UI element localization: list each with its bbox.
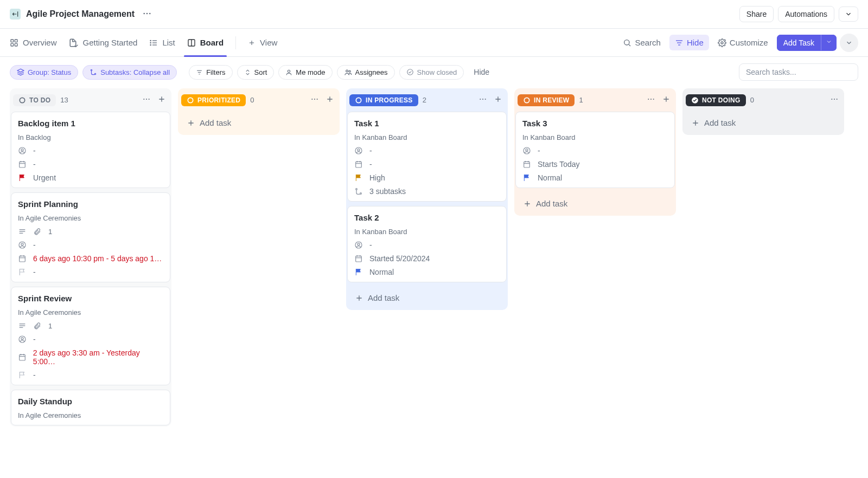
svg-point-32 — [407, 69, 413, 75]
status-chip[interactable]: IN REVIEW — [518, 94, 575, 106]
card-date-row: 2 days ago 3:30 am - Yesterday 5:00… — [18, 348, 163, 366]
task-card[interactable]: Sprint Review In Agile Ceremonies 1-2 da… — [11, 287, 170, 385]
add-task-label: Add task — [704, 118, 736, 127]
column-more-icon[interactable] — [644, 93, 658, 107]
chip-label: Subtasks: Collapse all — [100, 68, 170, 76]
svg-point-22 — [721, 42, 723, 44]
column-plus-icon[interactable] — [323, 93, 336, 107]
view-add-button[interactable]: View — [248, 38, 277, 47]
column-add-task[interactable]: Add task — [516, 193, 674, 214]
subtasks-chip[interactable]: Subtasks: Collapse all — [82, 65, 177, 80]
date-value: - — [369, 160, 372, 169]
svg-rect-79 — [356, 162, 362, 167]
svg-point-100 — [526, 149, 528, 151]
task-card[interactable]: Task 3 In Kanban Board -Starts TodayNorm… — [515, 112, 675, 188]
search-tasks-input[interactable] — [745, 67, 852, 77]
hide-link[interactable]: Hide — [468, 65, 495, 79]
assignee-icon — [522, 146, 532, 155]
view-tab-board[interactable]: Board — [187, 29, 224, 56]
flag-icon — [522, 173, 532, 182]
svg-rect-3 — [11, 40, 14, 42]
card-title: Sprint Planning — [18, 199, 163, 209]
search-tool[interactable]: Search — [617, 35, 666, 50]
more-circle-button[interactable] — [840, 34, 858, 52]
assignees-chip[interactable]: Assignees — [337, 65, 395, 80]
task-card[interactable]: Sprint Planning In Agile Ceremonies 1-6 … — [11, 192, 170, 282]
svg-point-74 — [485, 99, 486, 100]
view-tab-getting-started[interactable]: Getting Started — [69, 29, 138, 56]
sort-chip[interactable]: Sort — [237, 65, 275, 80]
show-closed-chip[interactable]: Show closed — [399, 65, 464, 80]
status-chip[interactable]: TO DO — [13, 94, 56, 106]
svg-point-25 — [95, 73, 96, 74]
check-circle-icon — [406, 68, 414, 76]
views-bar: Overview Getting Started List Board View — [0, 29, 868, 57]
svg-point-34 — [143, 99, 144, 100]
me-mode-chip[interactable]: Me mode — [278, 65, 332, 80]
svg-point-31 — [349, 70, 350, 72]
view-tab-overview[interactable]: Overview — [10, 29, 57, 56]
status-count: 0 — [250, 96, 254, 104]
status-chip[interactable]: IN PROGRESS — [349, 94, 418, 106]
svg-point-72 — [480, 99, 481, 100]
svg-marker-23 — [17, 69, 24, 72]
task-card[interactable]: Daily Standup In Agile Ceremonies — [11, 390, 170, 425]
view-tab-list[interactable]: List — [149, 29, 175, 56]
calendar-icon — [18, 254, 28, 263]
group-chip[interactable]: Group: Status — [10, 65, 78, 80]
svg-point-9 — [150, 44, 151, 45]
add-task-button[interactable]: Add Task — [777, 35, 821, 51]
header-more-icon[interactable] — [140, 8, 154, 21]
column-header-left: NOT DOING 0 — [686, 94, 754, 106]
svg-point-109 — [834, 99, 835, 100]
customize-tool[interactable]: Customize — [712, 35, 774, 50]
attachment-icon — [33, 228, 43, 236]
card-assignee-row: - — [354, 241, 500, 249]
svg-point-2 — [149, 12, 151, 14]
search-tasks-box[interactable] — [739, 63, 858, 81]
views-right: Search Hide Customize Add Task — [617, 34, 858, 52]
column-add-task[interactable]: Add task — [348, 288, 506, 308]
assignee-icon — [354, 146, 364, 155]
column-more-icon[interactable] — [140, 93, 153, 107]
svg-point-86 — [358, 243, 360, 246]
chip-label: Filters — [206, 68, 225, 76]
card-priority-row: - — [18, 268, 163, 276]
task-card[interactable]: Task 1 In Kanban Board --High3 subtasks — [347, 112, 507, 202]
svg-rect-50 — [20, 256, 25, 262]
column-more-icon[interactable] — [308, 93, 321, 107]
svg-point-71 — [356, 98, 361, 102]
column-add-task[interactable]: Add task — [685, 113, 842, 133]
card-assignee-row: - — [18, 335, 163, 344]
status-label: NOT DOING — [702, 96, 741, 104]
svg-point-64 — [311, 99, 312, 100]
status-chip[interactable]: PRIORITIZED — [181, 94, 246, 106]
card-title: Task 3 — [522, 119, 668, 128]
filters-chip[interactable]: Filters — [189, 65, 232, 80]
automations-button[interactable]: Automations — [778, 6, 834, 22]
column-header: IN PROGRESS 2 — [346, 88, 508, 112]
task-card[interactable]: Task 2 In Kanban Board -Started 5/20/202… — [347, 206, 507, 282]
status-chip[interactable]: NOT DOING — [686, 94, 746, 106]
card-assignee-row: - — [18, 241, 163, 249]
view-add-label: View — [260, 38, 277, 47]
svg-point-96 — [653, 99, 654, 100]
column-body: Add task — [178, 112, 340, 135]
column-add-task[interactable]: Add task — [180, 113, 337, 133]
column-more-icon[interactable] — [476, 93, 489, 107]
automations-dropdown-button[interactable] — [839, 7, 858, 22]
hide-tool[interactable]: Hide — [669, 35, 709, 50]
assignee-icon — [354, 241, 364, 249]
share-button[interactable]: Share — [739, 6, 774, 22]
column-plus-icon[interactable] — [492, 93, 505, 107]
chip-label: Sort — [254, 68, 267, 76]
date-value: Started 5/20/2024 — [369, 254, 430, 263]
card-date-row: - — [18, 160, 163, 169]
column-more-icon[interactable] — [828, 93, 841, 107]
column-plus-icon[interactable] — [155, 93, 168, 107]
assignee-value: - — [369, 241, 372, 249]
column-plus-icon[interactable] — [660, 93, 673, 107]
views-left: Overview Getting Started List Board View — [10, 29, 277, 56]
add-task-dropdown-button[interactable] — [821, 35, 837, 50]
task-card[interactable]: Backlog item 1 In Backlog --Urgent — [11, 112, 170, 188]
